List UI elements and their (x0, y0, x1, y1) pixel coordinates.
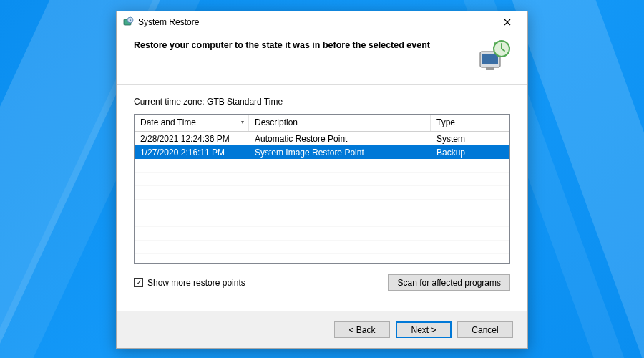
wizard-footer: < Back Next > Cancel (117, 311, 527, 348)
system-restore-dialog: System Restore Restore your computer to … (116, 11, 528, 349)
cancel-button[interactable]: Cancel (457, 321, 513, 338)
scan-affected-button[interactable]: Scan for affected programs (388, 274, 510, 291)
wizard-content: Current time zone: GTB Standard Time Dat… (117, 85, 527, 311)
wizard-header: Restore your computer to the state it wa… (117, 33, 527, 85)
cell-date: 2/28/2021 12:24:36 PM (135, 132, 249, 145)
table-row[interactable]: 1/27/2020 2:16:11 PMSystem Image Restore… (135, 145, 509, 159)
wizard-heading: Restore your computer to the state it wa… (134, 39, 467, 50)
column-header-date[interactable]: Date and Time ▾ (135, 115, 249, 131)
next-button[interactable]: Next > (396, 321, 452, 338)
window-title: System Restore (138, 17, 199, 27)
show-more-label: Show more restore points (147, 278, 245, 288)
cell-description: System Image Restore Point (249, 146, 431, 159)
table-row[interactable]: 2/28/2021 12:24:36 PMAutomatic Restore P… (135, 132, 509, 145)
column-header-type[interactable]: Type (431, 115, 509, 131)
sort-desc-icon: ▾ (241, 119, 244, 125)
column-header-description[interactable]: Description (249, 115, 431, 131)
restore-points-grid: Date and Time ▾ Description Type 2/28/20… (134, 114, 510, 264)
column-header-description-label: Description (255, 117, 298, 127)
svg-rect-3 (482, 54, 498, 64)
options-row: ✓ Show more restore points Scan for affe… (134, 274, 510, 291)
column-header-type-label: Type (436, 117, 455, 127)
grid-body: 2/28/2021 12:24:36 PMAutomatic Restore P… (135, 132, 509, 263)
titlebar: System Restore (117, 11, 527, 33)
show-more-checkbox[interactable]: ✓ Show more restore points (134, 278, 245, 288)
cell-type: Backup (431, 146, 509, 159)
svg-rect-4 (486, 67, 494, 70)
grid-header: Date and Time ▾ Description Type (135, 115, 509, 132)
cell-type: System (431, 132, 509, 145)
back-button[interactable]: < Back (334, 321, 390, 338)
close-button[interactable] (493, 12, 522, 32)
restore-large-icon (476, 39, 510, 73)
checkbox-icon: ✓ (134, 278, 143, 287)
cell-date: 1/27/2020 2:16:11 PM (135, 146, 249, 159)
cell-description: Automatic Restore Point (249, 132, 431, 145)
timezone-label: Current time zone: GTB Standard Time (134, 97, 510, 107)
column-header-date-label: Date and Time (140, 117, 196, 127)
system-restore-icon (122, 16, 134, 28)
